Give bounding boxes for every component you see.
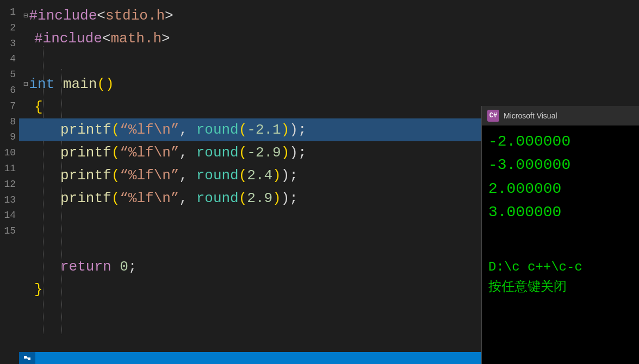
round-call-1: round <box>196 122 239 138</box>
format-str-3: “%lf\n” <box>120 167 179 184</box>
output-path: D:\c c++\c-c <box>488 257 632 277</box>
line-numbers: 1 2 3 4 5 6 7 8 9 10 11 12 13 14 15 <box>0 0 19 364</box>
fold-icon-1[interactable]: ⊟ <box>23 4 28 27</box>
keyword-include-1: #include <box>29 8 97 24</box>
round-call-3: round <box>196 167 239 184</box>
code-line-4: ⊟int main() <box>19 73 639 96</box>
fold-icon-4[interactable]: ⊟ <box>23 73 28 96</box>
console-titlebar: C# Microsoft Visual <box>482 106 639 125</box>
printf-1: printf <box>60 122 111 138</box>
keyword-include-2: #include <box>34 30 102 47</box>
format-str-1: “%lf\n” <box>120 122 179 138</box>
round-call-2: round <box>196 145 239 161</box>
format-str-2: “%lf\n” <box>120 145 179 161</box>
func-main: main <box>63 76 97 92</box>
round-call-4: round <box>196 190 239 206</box>
arg-2: -2.9 <box>247 145 281 161</box>
svg-rect-1 <box>28 357 30 360</box>
keyword-return: return <box>60 259 111 275</box>
code-line-2: #include<math.h> <box>19 27 639 50</box>
code-line-3 <box>19 50 639 73</box>
printf-2: printf <box>60 145 111 161</box>
status-bar <box>19 352 500 364</box>
output-line-3: 2.000000 <box>488 177 632 200</box>
arg-1: -2.1 <box>247 122 281 138</box>
svg-rect-0 <box>24 356 27 359</box>
output-line-2: -3.000000 <box>488 153 632 177</box>
remote-icon <box>23 354 32 362</box>
arg-4: 2.9 <box>247 190 272 206</box>
svg-line-2 <box>27 357 28 359</box>
output-close-msg: 按任意键关闭 <box>488 277 632 297</box>
console-title: Microsoft Visual <box>504 111 557 120</box>
format-str-4: “%lf\n” <box>120 190 179 206</box>
paren-main: () <box>97 76 114 92</box>
printf-3: printf <box>60 167 111 184</box>
return-val: 0 <box>120 259 128 275</box>
output-spacer <box>488 224 632 257</box>
printf-4: printf <box>60 190 111 206</box>
output-line-1: -2.000000 <box>488 130 632 153</box>
status-indicator <box>19 352 35 364</box>
editor-area: 1 2 3 4 5 6 7 8 9 10 11 12 13 14 15 ⊟#in… <box>0 0 639 364</box>
header-math: math.h <box>110 30 162 47</box>
code-line-1: ⊟#include<stdio.h> <box>19 4 639 27</box>
console-app-icon: C# <box>487 110 499 122</box>
console-output: -2.000000 -3.000000 2.000000 3.000000 D:… <box>482 125 639 302</box>
arg-3: 2.4 <box>247 167 272 184</box>
header-stdio: stdio.h <box>106 8 165 24</box>
output-line-4: 3.000000 <box>488 200 632 224</box>
close-brace: } <box>34 281 43 298</box>
open-brace: { <box>34 99 43 115</box>
keyword-int: int <box>29 76 54 92</box>
console-window: C# Microsoft Visual -2.000000 -3.000000 … <box>481 106 639 364</box>
